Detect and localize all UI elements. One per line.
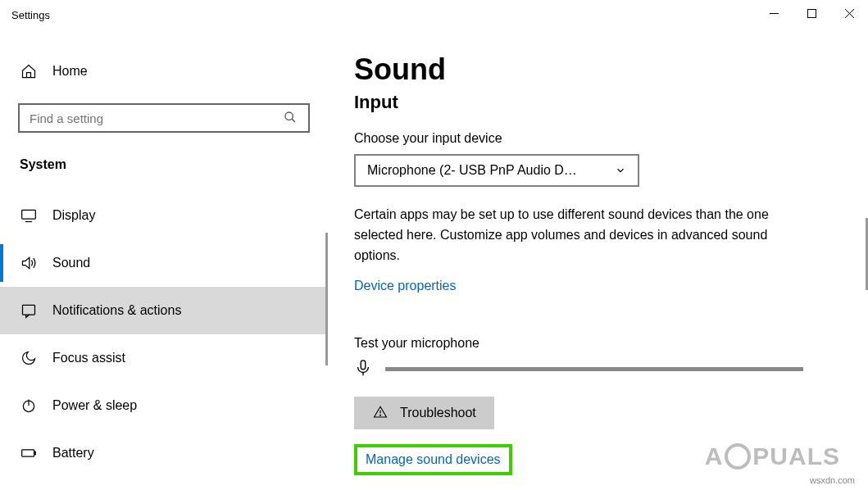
- manage-sound-devices-link[interactable]: Manage sound devices: [366, 452, 501, 467]
- svg-rect-13: [361, 361, 366, 370]
- svg-rect-12: [34, 451, 36, 454]
- sidebar-item-focus-assist[interactable]: Focus assist: [0, 334, 328, 382]
- notifications-icon: [20, 302, 38, 320]
- highlight-box: Manage sound devices: [354, 444, 512, 475]
- brand-logo-icon: [725, 443, 751, 470]
- sidebar-item-label: Notifications & actions: [52, 303, 181, 318]
- svg-rect-8: [23, 305, 35, 315]
- svg-point-16: [380, 415, 381, 416]
- test-mic-label: Test your microphone: [354, 336, 835, 351]
- brand-watermark: A PUALS: [705, 442, 840, 470]
- sidebar-item-label: Display: [52, 208, 95, 223]
- mic-level-bar: [385, 367, 803, 371]
- svg-rect-6: [22, 210, 36, 219]
- sound-icon: [20, 254, 38, 272]
- page-title: Sound: [354, 52, 835, 87]
- sidebar-item-power-sleep[interactable]: Power & sleep: [0, 382, 328, 429]
- troubleshoot-label: Troubleshoot: [400, 406, 476, 420]
- input-device-dropdown[interactable]: Microphone (2- USB PnP Audio D…: [354, 154, 639, 187]
- url-watermark: wsxdn.com: [810, 475, 855, 485]
- main-content: Sound Input Choose your input device Mic…: [328, 29, 868, 490]
- svg-rect-1: [807, 9, 816, 17]
- home-button[interactable]: Home: [0, 54, 328, 88]
- category-label: System: [0, 157, 328, 172]
- sidebar-item-sound[interactable]: Sound: [0, 239, 328, 287]
- sidebar-item-display[interactable]: Display: [0, 192, 328, 239]
- section-title: Input: [354, 92, 835, 113]
- sidebar-item-label: Sound: [52, 256, 90, 270]
- minimize-button[interactable]: [755, 0, 793, 26]
- search-input[interactable]: [18, 103, 310, 133]
- window-title: Settings: [11, 9, 50, 21]
- svg-line-5: [292, 119, 295, 122]
- chevron-down-icon: [615, 165, 626, 176]
- sidebar: Home System Display Sound: [0, 29, 328, 490]
- svg-point-4: [285, 112, 293, 120]
- close-button[interactable]: [830, 0, 868, 26]
- sidebar-item-notifications[interactable]: Notifications & actions: [0, 287, 328, 334]
- search-field[interactable]: [30, 111, 284, 125]
- maximize-button[interactable]: [793, 0, 830, 26]
- sidebar-item-label: Battery: [52, 446, 94, 461]
- search-icon: [284, 111, 298, 125]
- home-label: Home: [52, 64, 88, 79]
- info-text: Certain apps may be set up to use differ…: [354, 205, 813, 265]
- sidebar-item-label: Focus assist: [52, 351, 125, 365]
- power-icon: [20, 397, 38, 415]
- svg-rect-11: [22, 450, 34, 456]
- battery-icon: [20, 444, 38, 462]
- choose-input-label: Choose your input device: [354, 131, 835, 146]
- display-icon: [20, 206, 38, 225]
- device-properties-link[interactable]: Device properties: [354, 279, 457, 293]
- sidebar-item-label: Power & sleep: [52, 398, 137, 413]
- microphone-icon: [354, 359, 374, 379]
- warning-icon: [372, 405, 389, 421]
- dropdown-value: Microphone (2- USB PnP Audio D…: [367, 163, 615, 178]
- mic-test-row: [354, 359, 835, 379]
- home-icon: [20, 62, 38, 80]
- focus-icon: [20, 349, 38, 367]
- sidebar-item-battery[interactable]: Battery: [0, 429, 328, 477]
- troubleshoot-button[interactable]: Troubleshoot: [354, 397, 494, 429]
